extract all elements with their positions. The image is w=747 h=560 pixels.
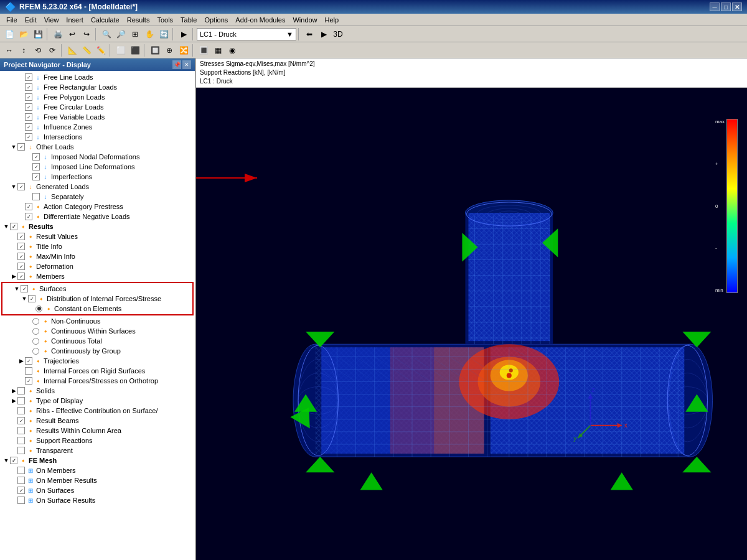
check-results-col[interactable] bbox=[17, 427, 25, 434]
radio-cont-total[interactable] bbox=[32, 338, 39, 345]
nav-tree[interactable]: ↓ Free Line Loads ↓ Free Rectangular Loa… bbox=[0, 71, 195, 560]
tb-btn-extra1[interactable]: ⬅ bbox=[303, 27, 316, 41]
tb2-2[interactable]: ↕ bbox=[17, 44, 31, 57]
tree-item-diff-neg[interactable]: 🔸 Differentiate Negative Loads bbox=[0, 212, 195, 222]
check-transparent[interactable] bbox=[17, 447, 25, 454]
tb2-13[interactable]: 🔳 bbox=[197, 44, 210, 57]
tb-run[interactable]: ▶ bbox=[177, 27, 190, 41]
tb2-1[interactable]: ↔ bbox=[2, 44, 16, 57]
tb-fit[interactable]: ⊞ bbox=[128, 27, 142, 41]
tree-item-free-rect[interactable]: ↓ Free Rectangular Loads bbox=[0, 82, 195, 92]
tree-item-on-member-results[interactable]: ⊞ On Member Results bbox=[0, 475, 195, 485]
tree-item-type-display[interactable]: ▶ 🔸 Type of Display bbox=[0, 396, 195, 406]
tree-item-generated-loads[interactable]: ▼ ↓ Generated Loads bbox=[0, 182, 195, 192]
tree-item-imperfections[interactable]: ↓ Imperfections bbox=[0, 172, 195, 182]
tree-item-solids[interactable]: ▶ 🔸 Solids bbox=[0, 386, 195, 396]
check-influence[interactable] bbox=[25, 123, 32, 131]
tree-item-free-line-loads[interactable]: ↓ Free Line Loads bbox=[0, 72, 195, 82]
tb2-15[interactable]: ◉ bbox=[225, 44, 239, 57]
tb2-3[interactable]: ⟲ bbox=[31, 44, 45, 57]
menu-tools[interactable]: Tools bbox=[153, 15, 177, 25]
check-imperfections[interactable] bbox=[32, 173, 40, 180]
tree-item-free-variable[interactable]: ↓ Free Variable Loads bbox=[0, 112, 195, 122]
check-members[interactable] bbox=[17, 273, 25, 280]
tree-item-fe-mesh[interactable]: ▼ 🔸 FE Mesh bbox=[0, 455, 195, 465]
check-diff-neg[interactable] bbox=[25, 213, 32, 220]
tree-item-other-loads[interactable]: ▼ ↓ Other Loads bbox=[0, 142, 195, 152]
tree-item-on-surfaces[interactable]: ⊞ On Surfaces bbox=[0, 485, 195, 495]
tree-item-int-forces-ortho[interactable]: 🔸 Internal Forces/Stresses on Orthotrop bbox=[0, 376, 195, 386]
tb2-5[interactable]: 📐 bbox=[65, 44, 79, 57]
tree-item-results-col[interactable]: 🔸 Results Within Column Area bbox=[0, 426, 195, 436]
close-button[interactable]: ✕ bbox=[732, 2, 742, 11]
check-int-ortho[interactable] bbox=[25, 377, 32, 385]
tree-item-action-cat[interactable]: 🔸 Action Category Prestress bbox=[0, 202, 195, 212]
tb-zoom-out[interactable]: 🔎 bbox=[114, 27, 128, 41]
maximize-button[interactable]: □ bbox=[721, 2, 731, 11]
tb-new[interactable]: 📄 bbox=[2, 27, 16, 41]
tb-print[interactable]: 🖨️ bbox=[51, 27, 65, 41]
check-on-surf[interactable] bbox=[17, 487, 25, 494]
tree-item-imposed-line[interactable]: ↓ Imposed Line Deformations bbox=[0, 162, 195, 172]
check-other-loads[interactable] bbox=[17, 143, 25, 151]
menu-edit[interactable]: Edit bbox=[21, 15, 40, 25]
tb2-10[interactable]: 🔲 bbox=[148, 44, 162, 57]
tb2-8[interactable]: ⬜ bbox=[114, 44, 128, 57]
tree-item-on-members[interactable]: ⊞ On Members bbox=[0, 465, 195, 475]
loadcase-dropdown[interactable]: LC1 - Druck ▼ bbox=[197, 28, 296, 40]
menu-view[interactable]: View bbox=[40, 15, 63, 25]
check-int-rigid[interactable] bbox=[25, 367, 32, 375]
check-result-values[interactable] bbox=[17, 233, 25, 240]
tb2-4[interactable]: ⟳ bbox=[45, 44, 59, 57]
tb-save[interactable]: 💾 bbox=[31, 27, 45, 41]
tree-item-int-forces-rigid[interactable]: 🔸 Internal Forces on Rigid Surfaces bbox=[0, 366, 195, 376]
check-on-mem-res[interactable] bbox=[17, 477, 25, 484]
tree-item-dist-internal[interactable]: ▼ 🔸 Distribution of Internal Forces/Stre… bbox=[3, 294, 192, 304]
tb2-7[interactable]: ✏️ bbox=[94, 44, 108, 57]
radio-constant-elem[interactable] bbox=[35, 306, 42, 312]
check-ribs[interactable] bbox=[17, 407, 25, 414]
tb2-6[interactable]: 📏 bbox=[80, 44, 93, 57]
check-title-info[interactable] bbox=[17, 243, 25, 250]
tree-item-free-circular[interactable]: ↓ Free Circular Loads bbox=[0, 102, 195, 112]
tree-item-cont-within[interactable]: 🔸 Continuous Within Surfaces bbox=[0, 326, 195, 336]
tree-item-deformation[interactable]: 🔸 Deformation bbox=[0, 261, 195, 271]
tree-item-surfaces[interactable]: ▼ 🔸 Surfaces bbox=[3, 284, 192, 294]
check-action-cat[interactable] bbox=[25, 203, 32, 210]
tb2-9[interactable]: ⬛ bbox=[128, 44, 142, 57]
check-maxmin[interactable] bbox=[17, 253, 25, 260]
tb-zoom-in[interactable]: 🔍 bbox=[100, 27, 113, 41]
menu-file[interactable]: File bbox=[2, 15, 21, 25]
menu-window[interactable]: Window bbox=[289, 15, 321, 25]
check-on-surf-res[interactable] bbox=[17, 497, 25, 504]
menu-options[interactable]: Options bbox=[200, 15, 232, 25]
tb2-14[interactable]: ▦ bbox=[211, 44, 225, 57]
check-free-line[interactable] bbox=[25, 73, 32, 81]
tb-3d[interactable]: 3D bbox=[331, 27, 345, 41]
check-free-var[interactable] bbox=[25, 113, 32, 121]
tree-item-influence[interactable]: ↓ Influence Zones bbox=[0, 122, 195, 132]
check-solids[interactable] bbox=[17, 387, 25, 394]
window-controls[interactable]: ─ □ ✕ bbox=[710, 2, 742, 11]
check-surfaces[interactable] bbox=[21, 285, 28, 292]
nav-controls[interactable]: 📌 ✕ bbox=[172, 60, 191, 69]
tree-item-imposed-nodal[interactable]: ↓ Imposed Nodal Deformations bbox=[0, 152, 195, 162]
check-imposed-nodal[interactable] bbox=[32, 153, 40, 161]
tb-pan[interactable]: ✋ bbox=[143, 27, 156, 41]
tree-item-result-beams[interactable]: 🔸 Result Beams bbox=[0, 416, 195, 426]
check-traj[interactable] bbox=[25, 357, 32, 365]
check-separately[interactable] bbox=[32, 193, 40, 200]
menu-table[interactable]: Table bbox=[177, 15, 200, 25]
tree-item-title-info[interactable]: 🔸 Title Info bbox=[0, 241, 195, 251]
tree-item-result-values[interactable]: 🔸 Result Values bbox=[0, 231, 195, 241]
tree-item-cont-total[interactable]: 🔸 Continuous Total bbox=[0, 336, 195, 346]
tree-item-maxmin-info[interactable]: 🔸 Max/Min Info bbox=[0, 251, 195, 261]
tree-item-ribs[interactable]: 🔸 Ribs - Effective Contribution on Surfa… bbox=[0, 406, 195, 416]
tree-item-cont-group[interactable]: 🔸 Continuously by Group bbox=[0, 346, 195, 356]
tb2-12[interactable]: 🔀 bbox=[177, 44, 190, 57]
check-gen-loads[interactable] bbox=[17, 183, 25, 190]
check-result-beams[interactable] bbox=[17, 417, 25, 424]
menu-calculate[interactable]: Calculate bbox=[87, 15, 123, 25]
tb2-11[interactable]: ⊕ bbox=[162, 44, 176, 57]
tree-item-non-cont[interactable]: 🔸 Non-Continuous bbox=[0, 316, 195, 326]
